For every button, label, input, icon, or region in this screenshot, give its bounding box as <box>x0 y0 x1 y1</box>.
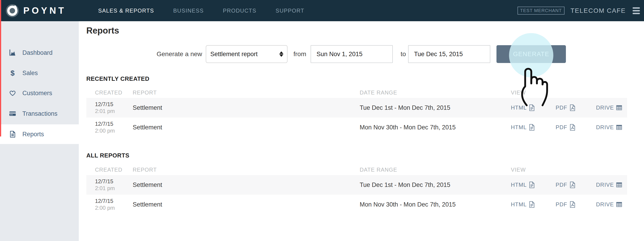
pdf-doc-icon <box>570 181 576 188</box>
page-title: Reports <box>86 26 119 36</box>
html-doc-icon <box>529 181 535 188</box>
col-date-range: DATE RANGE <box>360 89 511 96</box>
sidebar-item-sales[interactable]: $ Sales <box>0 63 79 83</box>
sidebar-item-label: Transactions <box>22 110 58 117</box>
report-generator-form: Generate a new Settlement report from to… <box>79 45 644 63</box>
drive-link-label: DRIVE <box>596 201 614 208</box>
sidebar-item-label: Sales <box>22 70 38 77</box>
drive-table-icon <box>616 124 622 131</box>
created-cell: 12/7/15 2:01 pm <box>95 101 133 114</box>
drive-table-icon <box>616 201 622 208</box>
from-label: from <box>291 45 309 63</box>
col-date-range: DATE RANGE <box>360 167 511 173</box>
hamburger-menu-icon[interactable] <box>632 6 641 15</box>
created-cell: 12/7/15 2:01 pm <box>95 178 133 192</box>
sidebar-item-customers[interactable]: Customers <box>0 83 79 103</box>
report-type-select[interactable]: Settlement report <box>206 45 288 63</box>
top-nav: POYNT SALES & REPORTS BUSINESS PRODUCTS … <box>0 0 644 21</box>
html-link[interactable]: HTML <box>511 124 556 131</box>
brand-name: POYNT <box>23 5 66 16</box>
nav-item-products[interactable]: PRODUCTS <box>223 7 256 14</box>
brand[interactable]: POYNT <box>6 4 66 17</box>
date-range: Mon Nov 30th - Mon Dec 7th, 2015 <box>360 124 511 131</box>
nav-item-business[interactable]: BUSINESS <box>173 7 204 14</box>
drive-link-label: DRIVE <box>596 124 614 131</box>
html-doc-icon <box>529 104 535 111</box>
html-link[interactable]: HTML <box>511 104 556 111</box>
col-created: CREATED <box>95 89 133 96</box>
merchant-name: TELECOM CAFE <box>570 7 626 14</box>
sidebar: Dashboard $ Sales Customers Transactions… <box>0 21 79 241</box>
drive-link[interactable]: DRIVE <box>596 181 627 188</box>
pdf-link[interactable]: PDF <box>556 201 596 208</box>
main-content: Reports Generate a new Settlement report… <box>79 21 644 241</box>
col-view: VIEW <box>511 89 556 96</box>
table-row: 12/7/15 2:00 pm Settlement Mon Nov 30th … <box>86 118 627 137</box>
date-range: Tue Dec 1st - Mon Dec 7th, 2015 <box>360 104 511 111</box>
heart-icon <box>9 89 16 97</box>
col-report: REPORT <box>133 167 360 173</box>
document-icon <box>9 130 16 138</box>
created-date: 12/7/15 <box>95 121 133 127</box>
col-view: VIEW <box>511 167 556 173</box>
drive-link[interactable]: DRIVE <box>596 104 627 111</box>
created-date: 12/7/15 <box>95 101 133 107</box>
drive-link[interactable]: DRIVE <box>596 201 627 208</box>
created-time: 2:00 pm <box>95 128 133 134</box>
pdf-link-label: PDF <box>556 182 567 188</box>
pdf-link[interactable]: PDF <box>556 124 596 131</box>
pdf-doc-icon <box>570 201 576 208</box>
sidebar-item-dashboard[interactable]: Dashboard <box>0 43 79 62</box>
from-date-input[interactable] <box>310 45 393 63</box>
chart-icon <box>9 49 16 57</box>
generate-label: Generate a new <box>113 45 202 63</box>
pdf-link-label: PDF <box>556 124 567 131</box>
nav-right: TEST MERCHANT TELECOM CAFE <box>518 6 641 15</box>
drive-table-icon <box>616 181 622 188</box>
created-time: 2:00 pm <box>95 205 133 211</box>
section-title-recently-created: RECENTLY CREATED <box>86 75 149 82</box>
nav-menu: SALES & REPORTS BUSINESS PRODUCTS SUPPOR… <box>98 7 304 14</box>
test-mode-strip <box>0 0 1 136</box>
html-link[interactable]: HTML <box>511 181 556 188</box>
date-range: Tue Dec 1st - Mon Dec 7th, 2015 <box>360 181 511 189</box>
pdf-doc-icon <box>570 124 576 131</box>
sidebar-item-label: Dashboard <box>22 49 52 56</box>
sidebar-item-label: Customers <box>22 90 52 97</box>
credit-card-icon <box>9 110 16 118</box>
report-name: Settlement <box>133 104 360 111</box>
sidebar-item-reports[interactable]: Reports <box>0 124 79 144</box>
drive-link-label: DRIVE <box>596 105 614 111</box>
test-merchant-badge: TEST MERCHANT <box>518 7 565 14</box>
report-name: Settlement <box>133 201 360 208</box>
pdf-link-label: PDF <box>556 105 567 111</box>
drive-table-icon <box>616 104 622 111</box>
created-time: 2:01 pm <box>95 185 133 192</box>
nav-item-sales-reports[interactable]: SALES & REPORTS <box>98 7 154 14</box>
created-time: 2:01 pm <box>95 108 133 114</box>
table-header: CREATED REPORT DATE RANGE VIEW <box>86 87 627 98</box>
drive-link[interactable]: DRIVE <box>596 124 627 131</box>
created-date: 12/7/15 <box>95 198 133 204</box>
sidebar-item-transactions[interactable]: Transactions <box>0 104 79 123</box>
created-cell: 12/7/15 2:00 pm <box>95 198 133 211</box>
table-row: 12/7/15 2:01 pm Settlement Tue Dec 1st -… <box>86 175 627 195</box>
html-doc-icon <box>529 201 535 208</box>
date-range: Mon Nov 30th - Mon Dec 7th, 2015 <box>360 201 511 208</box>
report-name: Settlement <box>133 181 360 189</box>
table-row: 12/7/15 2:00 pm Settlement Mon Nov 30th … <box>86 195 627 214</box>
table-header: CREATED REPORT DATE RANGE VIEW <box>86 165 627 175</box>
generate-button[interactable]: GENERATE <box>496 45 566 63</box>
pdf-link[interactable]: PDF <box>556 181 596 188</box>
all-reports-table: CREATED REPORT DATE RANGE VIEW 12/7/15 2… <box>86 165 627 214</box>
nav-item-support[interactable]: SUPPORT <box>276 7 304 14</box>
pdf-link[interactable]: PDF <box>556 104 596 111</box>
poynt-logo-icon <box>6 4 19 17</box>
html-link-label: HTML <box>511 201 526 208</box>
html-link-label: HTML <box>511 124 526 131</box>
drive-link-label: DRIVE <box>596 182 614 188</box>
html-link[interactable]: HTML <box>511 201 556 208</box>
dollar-icon: $ <box>9 69 16 77</box>
created-cell: 12/7/15 2:00 pm <box>95 121 133 134</box>
to-date-input[interactable] <box>408 45 490 63</box>
